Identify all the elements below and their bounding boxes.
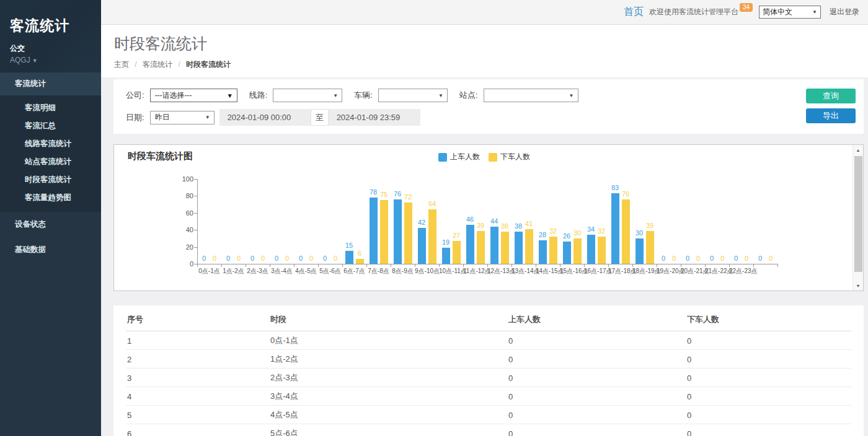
x-axis-label: 10点-11点 bbox=[439, 267, 463, 276]
language-value: 简体中文 bbox=[763, 7, 792, 17]
sidebar-item-passenger-stats[interactable]: 客流统计 bbox=[0, 72, 101, 95]
table-row: 43点-4点00 bbox=[126, 387, 851, 406]
table-cell: 3点-4点 bbox=[269, 387, 507, 406]
bar-boarding bbox=[587, 235, 595, 264]
table-row: 10点-1点00 bbox=[126, 331, 851, 350]
sidebar-subitem[interactable]: 客流汇总 bbox=[0, 117, 101, 135]
x-axis-label: 0点-1点 bbox=[197, 267, 221, 276]
x-axis-label: 21点-22点 bbox=[705, 267, 729, 276]
bar-alighting bbox=[356, 259, 364, 264]
bar-boarding bbox=[394, 199, 402, 264]
bar-value-label: 76 bbox=[616, 190, 636, 198]
bar-alighting bbox=[549, 237, 557, 264]
chevron-down-icon: ▼ bbox=[812, 9, 817, 15]
table-cell: 2 bbox=[126, 350, 269, 368]
x-axis-label: 16点-17点 bbox=[584, 267, 608, 276]
sidebar-submenu: 客流明细客流汇总线路客流统计站点客流统计时段客流统计客流量趋势图 bbox=[0, 95, 101, 212]
bar-alighting bbox=[501, 232, 509, 264]
table-cell: 0点-1点 bbox=[269, 331, 507, 350]
table-panel: 序号时段上车人数下车人数 10点-1点0021点-2点0032点-3点0043点… bbox=[113, 305, 864, 436]
y-tick-label: 60 bbox=[172, 209, 193, 217]
table-cell: 0 bbox=[507, 387, 686, 406]
date-from-input[interactable]: 2024-01-09 00:00 bbox=[219, 109, 311, 126]
logout-link[interactable]: 退出登录 bbox=[830, 7, 859, 17]
breadcrumb-home[interactable]: 主页 bbox=[114, 60, 129, 69]
home-link[interactable]: 首页 bbox=[624, 6, 644, 19]
bar-alighting bbox=[453, 241, 461, 264]
sidebar-subitem[interactable]: 站点客流统计 bbox=[0, 153, 101, 171]
filter-panel: 公司: ---请选择--- ▼ 线路: ▼ 车辆: ▼ 站点: ▼ bbox=[113, 79, 864, 134]
table-cell: 0 bbox=[686, 387, 851, 406]
bar-value-label: 64 bbox=[423, 200, 442, 207]
breadcrumb-separator: / bbox=[178, 60, 180, 69]
table-header-cell: 时段 bbox=[269, 308, 507, 331]
company-select-value: ---请选择--- bbox=[155, 90, 192, 101]
bar-alighting bbox=[622, 199, 630, 264]
table-cell: 0 bbox=[686, 424, 851, 436]
bar-value-label: 6 bbox=[350, 250, 370, 257]
station-select[interactable]: ▼ bbox=[484, 89, 578, 102]
table-row: 21点-2点00 bbox=[126, 350, 851, 368]
y-tick-label: 0 bbox=[172, 260, 193, 268]
date-preset-select[interactable]: 昨日 ▼ bbox=[150, 111, 215, 124]
table-cell: 4 bbox=[126, 387, 269, 406]
table-body: 10点-1点0021点-2点0032点-3点0043点-4点0054点-5点00… bbox=[126, 331, 851, 436]
line-select[interactable]: ▼ bbox=[273, 89, 342, 102]
sidebar-subitem[interactable]: 时段客流统计 bbox=[0, 171, 101, 189]
scroll-up-icon[interactable]: ▲ bbox=[853, 145, 863, 155]
date-to-input[interactable]: 2024-01-09 23:59 bbox=[329, 109, 420, 126]
x-tick bbox=[777, 264, 778, 267]
date-label: 日期: bbox=[126, 112, 144, 123]
breadcrumb-section[interactable]: 客流统计 bbox=[143, 60, 172, 69]
bar-value-label: 0 bbox=[326, 255, 345, 262]
sidebar-item-device-status[interactable]: 设备状态 bbox=[0, 212, 101, 237]
sidebar-subitem[interactable]: 客流量趋势图 bbox=[0, 189, 101, 207]
company-label: 公司: bbox=[126, 90, 144, 101]
chevron-down-icon: ▼ bbox=[438, 93, 443, 98]
x-axis-label: 5点-6点 bbox=[318, 267, 342, 276]
chevron-down-icon: ▼ bbox=[32, 58, 38, 64]
y-tick bbox=[194, 213, 197, 214]
y-tick-label: 100 bbox=[172, 175, 193, 183]
org-code-dropdown[interactable]: AQGJ▼ bbox=[10, 56, 91, 64]
chart-panel: 时段车流统计图 上车人数下车人数 020406080100000点-1点001点… bbox=[113, 144, 864, 291]
language-select[interactable]: 简体中文 ▼ bbox=[759, 6, 821, 19]
y-axis-line bbox=[197, 179, 198, 264]
sidebar-subitem[interactable]: 客流明细 bbox=[0, 99, 101, 117]
y-tick bbox=[194, 196, 197, 196]
chevron-down-icon: ▼ bbox=[569, 93, 574, 98]
content: 公司: ---请选择--- ▼ 线路: ▼ 车辆: ▼ 站点: ▼ bbox=[101, 77, 868, 436]
chart-scrollbar[interactable]: ▲ ▼ bbox=[852, 145, 863, 290]
sidebar-item-basic-data[interactable]: 基础数据 bbox=[0, 237, 101, 263]
company-select[interactable]: ---请选择--- ▼ bbox=[150, 89, 237, 102]
x-axis-label: 4点-5点 bbox=[294, 267, 318, 276]
sidebar-subitem[interactable]: 线路客流统计 bbox=[0, 135, 101, 153]
table-cell: 0 bbox=[507, 368, 686, 387]
bar-boarding bbox=[370, 198, 378, 264]
page-header: 时段客流统计 主页 / 客流统计 / 时段客流统计 bbox=[101, 25, 868, 77]
table-cell: 5 bbox=[126, 406, 269, 424]
scroll-down-icon[interactable]: ▼ bbox=[853, 281, 863, 290]
chevron-down-icon: ▼ bbox=[333, 93, 338, 98]
vehicle-select[interactable]: ▼ bbox=[378, 89, 448, 102]
notification-badge: 34 bbox=[740, 3, 753, 12]
x-axis-label: 3点-4点 bbox=[270, 267, 294, 276]
table-cell: 3 bbox=[126, 368, 269, 387]
bar-value-label: 0 bbox=[761, 255, 781, 262]
x-axis-label: 15点-16点 bbox=[560, 267, 584, 276]
query-button[interactable]: 查询 bbox=[806, 89, 856, 103]
line-label: 线路: bbox=[249, 90, 268, 101]
bar-boarding bbox=[636, 238, 644, 264]
x-axis-label: 14点-15点 bbox=[536, 267, 560, 276]
table-cell: 5点-6点 bbox=[269, 424, 507, 436]
bar-boarding bbox=[490, 227, 498, 264]
export-button[interactable]: 导出 bbox=[806, 108, 856, 123]
welcome-text: 欢迎使用客流统计管理平台 bbox=[649, 7, 738, 17]
x-axis-label: 1点-2点 bbox=[221, 267, 246, 276]
main-area: 首页 欢迎使用客流统计管理平台 34 简体中文 ▼ 退出登录 时段客流统计 主页… bbox=[101, 0, 868, 436]
bar-alighting bbox=[574, 238, 582, 264]
x-axis-label: 18点-19点 bbox=[632, 267, 657, 276]
scrollbar-thumb[interactable] bbox=[854, 156, 862, 272]
bar-boarding bbox=[466, 225, 474, 264]
y-tick-label: 20 bbox=[172, 243, 193, 251]
